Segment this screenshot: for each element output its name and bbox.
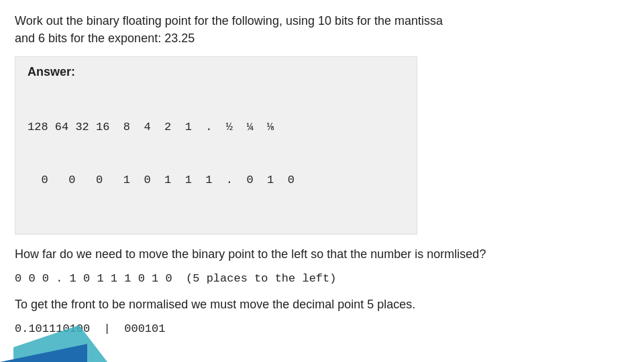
- answer-row2: 0 0 0 1 0 1 1 1 . 0 1 0: [28, 172, 405, 189]
- answer-box: Answer: 128 64 32 16 8 4 2 1 . ½ ¼ ⅛ 0 0…: [15, 56, 417, 235]
- bottom-decoration: [0, 322, 107, 362]
- answer-label: Answer:: [28, 65, 405, 79]
- intro-line1: Work out the binary floating point for t…: [15, 14, 443, 27]
- question-text: How far do we need to move the binary po…: [15, 245, 629, 263]
- explanation-text: To get the front to be normalised we mus…: [15, 296, 629, 313]
- answer-row1: 128 64 32 16 8 4 2 1 . ½ ¼ ⅛: [28, 119, 405, 136]
- places-code-line: 0 0 0 . 1 0 1 1 1 0 1 0 (5 places to the…: [15, 272, 629, 285]
- intro-line2: and 6 bits for the exponent: 23.25: [15, 32, 195, 45]
- page-container: Work out the binary floating point for t…: [0, 0, 644, 362]
- answer-rows: 128 64 32 16 8 4 2 1 . ½ ¼ ⅛ 0 0 0 1 0 1…: [28, 83, 405, 225]
- intro-paragraph: Work out the binary floating point for t…: [15, 12, 629, 47]
